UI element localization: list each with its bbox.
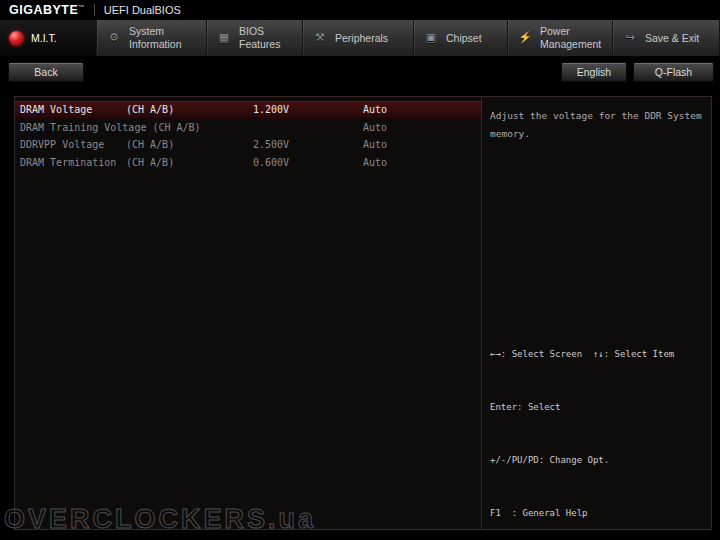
language-button[interactable]: English	[561, 62, 627, 82]
tab-label: Peripherals	[335, 32, 388, 45]
setting-label: DRAM Training Voltage	[20, 122, 146, 133]
tab-peripherals[interactable]: ⚒ Peripherals	[303, 20, 414, 56]
gigabyte-logo: GIGABYTE™	[9, 3, 85, 17]
bios-screen: GIGABYTE™ UEFI DualBIOS M.I.T. ⚙ System …	[0, 0, 720, 540]
firmware-title: UEFI DualBIOS	[104, 4, 181, 16]
setting-channel: (CH A/B)	[126, 104, 174, 115]
tab-label: Power Management	[540, 25, 612, 50]
tab-chipset[interactable]: ▣ Chipset	[414, 20, 508, 56]
setting-channel: (CH A/B)	[126, 157, 174, 168]
settings-row-dram-termination[interactable]: DRAM Termination (CH A/B) 0.600V Auto	[15, 154, 481, 172]
setting-label: DRAM Termination	[20, 157, 120, 168]
hotkey-line: Enter: Select	[490, 399, 707, 417]
tab-bar: M.I.T. ⚙ System Information ▦ BIOS Featu…	[0, 20, 720, 57]
tab-label: System Information	[129, 25, 206, 50]
tab-mit[interactable]: M.I.T.	[0, 20, 97, 56]
tab-label: Save & Exit	[645, 32, 699, 45]
back-button[interactable]: Back	[8, 62, 84, 82]
setting-value: 0.600V	[253, 157, 289, 168]
setting-option: Auto	[363, 122, 387, 133]
tab-bios-features[interactable]: ▦ BIOS Features	[207, 20, 303, 56]
tab-label: Chipset	[446, 32, 482, 45]
brand-text: GIGABYTE	[9, 3, 78, 17]
hotkey-line: ←→: Select Screen ↑↓: Select Item	[490, 346, 707, 364]
divider	[94, 4, 95, 16]
setting-value: 2.500V	[253, 139, 289, 150]
tab-power-management[interactable]: ⚡ Power Management	[508, 20, 613, 56]
setting-channel: (CH A/B)	[126, 139, 174, 150]
help-panel: Adjust the voltage for the DDR System me…	[481, 97, 711, 529]
setting-option: Auto	[363, 157, 387, 168]
tab-system-information[interactable]: ⚙ System Information	[97, 20, 207, 56]
tools-icon: ⚒	[312, 30, 328, 46]
settings-row-dram-voltage[interactable]: DRAM Voltage (CH A/B) 1.200V Auto	[15, 101, 481, 119]
main-panel: DRAM Voltage (CH A/B) 1.200V Auto DRAM T…	[14, 96, 712, 530]
setting-option: Auto	[363, 139, 387, 150]
mit-red-sphere-icon	[9, 31, 24, 46]
trademark: ™	[78, 4, 85, 10]
tab-label: M.I.T.	[31, 32, 57, 45]
setting-channel: (CH A/B)	[152, 122, 200, 133]
setting-label: DRAM Voltage	[20, 104, 120, 115]
title-bar: GIGABYTE™ UEFI DualBIOS	[0, 0, 720, 20]
setting-value: 1.200V	[253, 104, 289, 115]
tab-label: BIOS Features	[239, 25, 302, 50]
qflash-button[interactable]: Q-Flash	[633, 62, 714, 82]
exit-icon: ↪	[622, 30, 638, 46]
settings-list: DRAM Voltage (CH A/B) 1.200V Auto DRAM T…	[15, 97, 481, 529]
power-icon: ⚡	[517, 30, 533, 46]
setting-option: Auto	[363, 104, 387, 115]
chipset-icon: ▣	[423, 30, 439, 46]
hotkey-legend: ←→: Select Screen ↑↓: Select Item Enter:…	[490, 311, 707, 540]
setting-label: DDRVPP Voltage	[20, 139, 120, 150]
hotkey-line: F1 : General Help	[490, 505, 707, 523]
settings-row-dram-training-voltage[interactable]: DRAM Training Voltage (CH A/B) Auto	[15, 119, 481, 137]
bios-grid-icon: ▦	[216, 30, 232, 46]
gear-icon: ⚙	[106, 30, 122, 46]
tab-save-exit[interactable]: ↪ Save & Exit	[613, 20, 720, 56]
hotkey-line: +/-/PU/PD: Change Opt.	[490, 452, 707, 470]
settings-row-ddrvpp-voltage[interactable]: DDRVPP Voltage (CH A/B) 2.500V Auto	[15, 136, 481, 154]
help-description: Adjust the voltage for the DDR System me…	[482, 97, 711, 142]
